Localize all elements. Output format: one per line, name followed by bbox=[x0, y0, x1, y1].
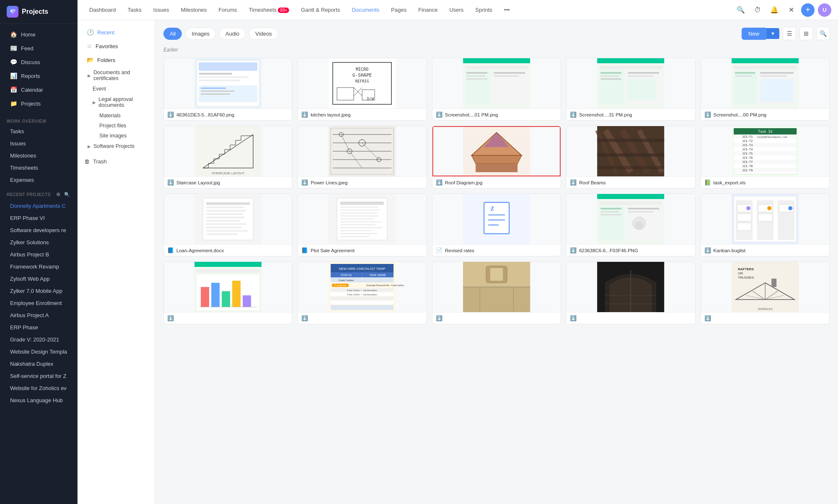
filter-images[interactable]: Images bbox=[185, 28, 216, 40]
folder-software-projects[interactable]: ▶ Software Projects bbox=[78, 141, 155, 152]
sidebar-item-discuss[interactable]: 💬 Discuss bbox=[3, 55, 74, 69]
sidebar-project-airbus-b[interactable]: Airbus Project B bbox=[3, 249, 74, 260]
doc-item-20[interactable]: RAFTERS OR TRUSSES bbox=[701, 261, 830, 324]
sidebar-item-feed[interactable]: 📰 Feed bbox=[3, 41, 74, 55]
nav-users[interactable]: Users bbox=[444, 4, 468, 16]
nav-issues[interactable]: Issues bbox=[148, 4, 174, 16]
list-view-button[interactable]: ☰ bbox=[783, 27, 796, 40]
sidebar-project-framework[interactable]: Framework Revamp bbox=[3, 261, 74, 272]
filter-audio[interactable]: Audio bbox=[219, 28, 246, 40]
doc-item-9[interactable]: ⬇️ Roof Beams bbox=[566, 126, 695, 189]
doc-item-6[interactable]: STAIRCASE LAYOUT ⬇️ Staircase Layout.jpg bbox=[163, 126, 292, 189]
sidebar-project-nakshatra[interactable]: Nakshatra Duplex bbox=[3, 358, 74, 370]
sidebar-item-timesheets[interactable]: Timesheets bbox=[3, 162, 74, 173]
filter-videos[interactable]: Videos bbox=[249, 28, 278, 40]
nav-milestones[interactable]: Milestones bbox=[176, 4, 212, 16]
grid-view-button[interactable]: ⊞ bbox=[799, 27, 813, 40]
sidebar-project-donnelly[interactable]: Donnelly Apartments C bbox=[3, 200, 74, 212]
doc-item-17[interactable]: NEW HIRE CHECKLIST TEMP STATUS TASK NAME… bbox=[297, 261, 427, 324]
svg-rect-208 bbox=[331, 297, 394, 300]
svg-text:G-SHAPE: G-SHAPE bbox=[352, 72, 372, 78]
new-button-group: New ▼ bbox=[742, 28, 779, 40]
new-main-button[interactable]: New bbox=[742, 28, 766, 40]
sidebar-project-website[interactable]: Website for Zoholics ev bbox=[3, 383, 74, 394]
timer-button[interactable]: ⏱ bbox=[751, 3, 764, 17]
svg-rect-127 bbox=[206, 207, 244, 208]
doc-item-15[interactable]: ⬇️ Kanban-buglist bbox=[701, 194, 830, 256]
sidebar-project-nexus[interactable]: Nexus Language Hub bbox=[3, 395, 74, 406]
nav-dashboard[interactable]: Dashboard bbox=[84, 4, 121, 16]
sidebar-item-projects[interactable]: 📁 Projects bbox=[3, 97, 74, 110]
svg-rect-3 bbox=[199, 73, 232, 75]
sidebar-item-calendar[interactable]: 📅 Calendar bbox=[3, 83, 74, 96]
sidebar-project-zylsoft[interactable]: Zylsoft Web App bbox=[3, 273, 74, 284]
folder-docs-certs[interactable]: ▶ Documents and certificates bbox=[78, 67, 155, 84]
sidebar-project-employee[interactable]: Employee Enrollment bbox=[3, 297, 74, 309]
sidebar-project-erp[interactable]: ERP Phase bbox=[3, 322, 74, 333]
doc-item-2[interactable]: MICRO G-SHAPE REFRIG D/W ⬇️ kitchen lay bbox=[297, 58, 427, 121]
panel-recent[interactable]: 🕐 Recent bbox=[80, 26, 152, 39]
sidebar-project-webdesign[interactable]: Website Design Templa bbox=[3, 346, 74, 357]
nav-tasks[interactable]: Tasks bbox=[123, 4, 147, 16]
nav-forums[interactable]: Forums bbox=[214, 4, 242, 16]
sidebar-project-erp6[interactable]: ERP Phase VI bbox=[3, 212, 74, 224]
doc-item-12[interactable]: 📘 Plot Sale Agreement bbox=[297, 194, 427, 256]
doc-item-16[interactable]: ⬇️ bbox=[163, 261, 292, 324]
doc-item-7[interactable]: ⬇️ Power Lines.jpeg bbox=[297, 126, 427, 189]
close-button[interactable]: ✕ bbox=[784, 3, 798, 17]
sidebar-project-zylker7[interactable]: Zylker 7.0 Mobile App bbox=[3, 285, 74, 297]
nav-more[interactable]: ••• bbox=[499, 4, 515, 16]
panel-favorites[interactable]: ☆ Favorites bbox=[80, 39, 152, 53]
sidebar-project-zylker[interactable]: Zylker Solutions bbox=[3, 237, 74, 248]
sidebar-item-tasks[interactable]: Tasks bbox=[3, 126, 74, 137]
nav-gantt[interactable]: Gantt & Reports bbox=[296, 4, 345, 16]
user-avatar[interactable]: U bbox=[818, 3, 831, 17]
folder-legal[interactable]: ▶ Legal approval documents bbox=[78, 94, 155, 111]
doc-thumb-4 bbox=[566, 58, 695, 109]
notifications-button[interactable]: 🔔 bbox=[768, 3, 781, 17]
svg-text:Frank Carlton — Job descriptio: Frank Carlton — Job description bbox=[347, 289, 378, 292]
sidebar-project-grade[interactable]: Grade V: 2020-2021 bbox=[3, 334, 74, 345]
panel-folders[interactable]: 📂 Folders bbox=[80, 53, 152, 67]
doc-item-11[interactable]: 📘 Loan-Agreement.docx bbox=[163, 194, 292, 256]
trash-item[interactable]: 🗑 Trash bbox=[78, 155, 155, 168]
doc-item-4[interactable]: ⬇️ Screenshot....31 PM.png bbox=[566, 58, 695, 121]
doc-filename-4: Screenshot....31 PM.png bbox=[579, 112, 632, 117]
search-button[interactable]: 🔍 bbox=[734, 3, 747, 17]
svg-rect-141 bbox=[341, 212, 378, 214]
filter-all[interactable]: All bbox=[163, 28, 182, 40]
doc-name-19: ⬇️ bbox=[566, 312, 695, 324]
nav-pages[interactable]: Pages bbox=[386, 4, 411, 16]
folder-event[interactable]: Event bbox=[78, 84, 155, 94]
nav-sprints[interactable]: Sprints bbox=[470, 4, 497, 16]
sidebar-item-reports[interactable]: 📊 Reports bbox=[3, 69, 74, 83]
doc-item-1[interactable]: ⬇️ 4E961DE3-5...81AF60.png bbox=[163, 58, 292, 121]
doc-item-3[interactable]: ⬇️ Screenshot....01 PM.png bbox=[432, 58, 561, 121]
folder-site-images[interactable]: Site images bbox=[78, 131, 155, 141]
nav-finance[interactable]: Finance bbox=[413, 4, 442, 16]
new-dropdown-arrow[interactable]: ▼ bbox=[766, 28, 779, 39]
nav-timesheets[interactable]: Timesheets99+ bbox=[244, 4, 295, 16]
doc-item-13[interactable]: Z 📄 Revised rates bbox=[432, 194, 561, 256]
add-button[interactable]: + bbox=[801, 3, 815, 17]
folder-materials[interactable]: Materials bbox=[78, 111, 155, 121]
search-projects-icon[interactable]: 🔍 bbox=[63, 191, 71, 198]
panel-favorites-label: Favorites bbox=[96, 43, 118, 49]
nav-documents[interactable]: Documents bbox=[347, 4, 385, 16]
sidebar-project-selfservice[interactable]: Self-service portal for Z bbox=[3, 370, 74, 382]
doc-item-14[interactable]: ⬇️ 623638C6-6...F03F46.PNG bbox=[566, 194, 695, 256]
sidebar-item-home[interactable]: 🏠 Home bbox=[3, 28, 74, 41]
sidebar-item-issues[interactable]: Issues bbox=[3, 138, 74, 149]
sidebar-project-airbus-a[interactable]: Airbus Project A bbox=[3, 310, 74, 321]
folder-project-files[interactable]: Project files bbox=[78, 121, 155, 131]
sidebar-project-softdev[interactable]: Software developers re bbox=[3, 225, 74, 236]
doc-item-8[interactable]: ⬇️ Roof Diagram.jpg bbox=[432, 126, 561, 189]
sidebar-item-milestones[interactable]: Milestones bbox=[3, 150, 74, 161]
doc-item-10[interactable]: Task Id JCS-T1 ralph@thecompany.com JCS-… bbox=[701, 126, 830, 189]
doc-item-19[interactable]: ⬇️ bbox=[566, 261, 695, 324]
doc-item-18[interactable]: ⬇️ bbox=[432, 261, 561, 324]
sidebar-item-expenses[interactable]: Expenses bbox=[3, 174, 74, 186]
filter-icon[interactable]: ⚙ bbox=[55, 191, 62, 198]
doc-item-5[interactable]: ⬇️ Screenshot....00 PM.png bbox=[701, 58, 830, 121]
search-docs-button[interactable]: 🔍 bbox=[816, 27, 830, 40]
